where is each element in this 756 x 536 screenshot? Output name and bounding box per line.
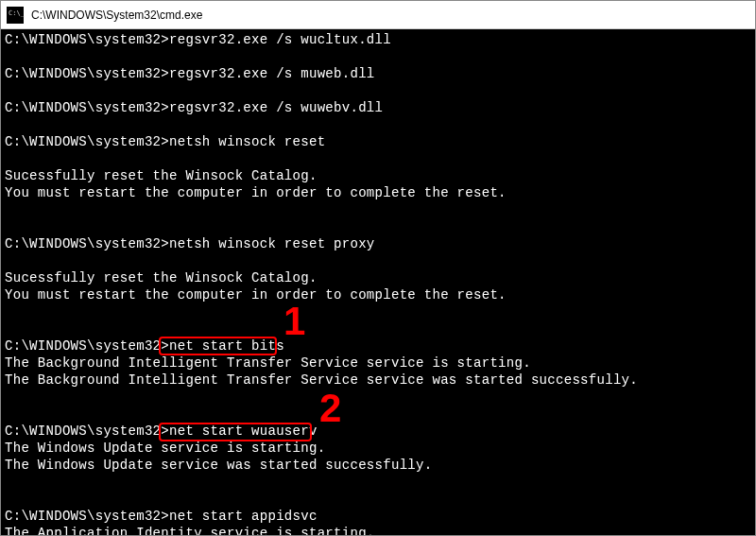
prompt: C:\WINDOWS\system32>	[5, 236, 169, 251]
command-line: C:\WINDOWS\system32>net start appidsvc	[5, 508, 751, 525]
command-line: C:\WINDOWS\system32>netsh winsock reset …	[5, 235, 751, 252]
command-text: regsvr32.exe /s wucltux.dll	[169, 32, 391, 47]
command-text: netsh winsock reset proxy	[169, 236, 375, 251]
blank-line	[5, 82, 751, 99]
command-text: net start bits	[169, 338, 284, 354]
prompt: C:\WINDOWS\system32>	[5, 134, 169, 149]
blank-line	[5, 406, 751, 423]
command-line: C:\WINDOWS\system32>regsvr32.exe /s wucl…	[5, 31, 751, 48]
blank-line	[5, 201, 751, 218]
blank-line	[5, 252, 751, 269]
command-line: C:\WINDOWS\system32>netsh winsock reset	[5, 133, 751, 150]
command-line: C:\WINDOWS\system32>regsvr32.exe /s wuwe…	[5, 99, 751, 116]
output-line: You must restart the computer in order t…	[5, 184, 751, 201]
blank-line	[5, 491, 751, 508]
command-text: regsvr32.exe /s muweb.dll	[169, 66, 375, 81]
output-line: Sucessfully reset the Winsock Catalog.	[5, 269, 751, 286]
blank-line	[5, 150, 751, 167]
output-line: The Windows Update service was started s…	[5, 457, 751, 474]
command-text: netsh winsock reset	[169, 134, 325, 149]
prompt: C:\WINDOWS\system32>	[5, 424, 169, 439]
output-line: Sucessfully reset the Winsock Catalog.	[5, 167, 751, 184]
blank-line	[5, 218, 751, 235]
blank-line	[5, 389, 751, 406]
cmd-icon	[7, 7, 24, 24]
prompt: C:\WINDOWS\system32>	[5, 338, 169, 354]
command-text: net start wuauserv	[169, 424, 318, 439]
prompt: C:\WINDOWS\system32>	[5, 509, 169, 524]
titlebar-path: C:\WINDOWS\System32\cmd.exe	[31, 9, 202, 22]
output-line: The Background Intelligent Transfer Serv…	[5, 354, 751, 372]
command-text: regsvr32.exe /s wuwebv.dll	[169, 100, 383, 115]
titlebar[interactable]: C:\WINDOWS\System32\cmd.exe	[1, 1, 755, 29]
output-line: The Application Identity service is star…	[5, 525, 751, 535]
output-line: You must restart the computer in order t…	[5, 286, 751, 303]
command-line: C:\WINDOWS\system32>net start wuauserv	[5, 423, 751, 440]
command-line: C:\WINDOWS\system32>regsvr32.exe /s muwe…	[5, 65, 751, 82]
command-line: C:\WINDOWS\system32>net start bits	[5, 337, 751, 354]
prompt: C:\WINDOWS\system32>	[5, 66, 169, 81]
cmd-window: C:\WINDOWS\System32\cmd.exe C:\WINDOWS\s…	[0, 0, 756, 536]
blank-line	[5, 474, 751, 491]
output-line: The Windows Update service is starting.	[5, 440, 751, 457]
terminal-output[interactable]: C:\WINDOWS\system32>regsvr32.exe /s wucl…	[1, 29, 755, 535]
blank-line	[5, 48, 751, 65]
command-text: net start appidsvc	[169, 509, 318, 524]
blank-line	[5, 303, 751, 320]
prompt: C:\WINDOWS\system32>	[5, 32, 169, 47]
blank-line	[5, 116, 751, 133]
output-line: The Background Intelligent Transfer Serv…	[5, 372, 751, 389]
prompt: C:\WINDOWS\system32>	[5, 100, 169, 115]
blank-line	[5, 320, 751, 337]
